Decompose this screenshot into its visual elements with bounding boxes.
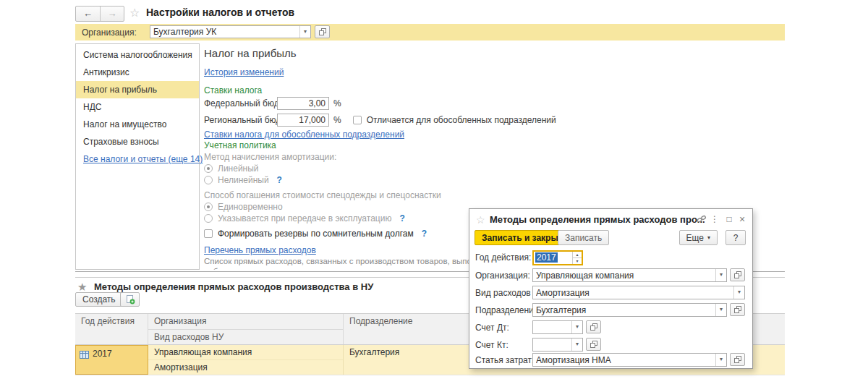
create-button[interactable]: Создать: [75, 292, 123, 307]
open-link-icon: [590, 323, 597, 331]
dropdown-icon[interactable]: ▾: [571, 338, 582, 351]
sidebar-item-property-tax[interactable]: Налог на имущество: [76, 116, 199, 133]
debit-account-open-button[interactable]: [586, 320, 601, 333]
spinner-down-icon[interactable]: ▾: [573, 258, 582, 264]
cost-item-open-button[interactable]: [730, 353, 745, 366]
credit-account-label: Счет Кт:: [475, 340, 509, 350]
credit-account-input[interactable]: [533, 338, 571, 351]
more-button[interactable]: Еще▾: [679, 230, 718, 245]
sidebar-all-taxes-link[interactable]: Все налоги и отчеты (еще 14): [76, 150, 199, 168]
page-title: Настройки налогов и отчетов: [146, 7, 294, 18]
save-button[interactable]: Записать: [558, 230, 609, 245]
chevron-down-icon: ▾: [707, 234, 710, 241]
year-spinner[interactable]: ▴▾: [572, 252, 582, 264]
radio-linear-label: Линейный: [218, 163, 259, 174]
maximize-icon[interactable]: □: [723, 214, 735, 224]
forward-button[interactable]: →: [100, 7, 124, 21]
sidebar-item-tax-system[interactable]: Система налогообложения: [76, 46, 199, 64]
organization-input[interactable]: [150, 26, 299, 38]
reserves-checkbox[interactable]: [204, 229, 213, 238]
expense-type-combo[interactable]: ▾: [532, 286, 745, 299]
menu-dots-icon[interactable]: ⋮: [709, 214, 720, 224]
sidebar-item-profit-tax[interactable]: Налог на прибыль: [76, 81, 199, 98]
column-header-org[interactable]: Организация: [148, 314, 344, 329]
debit-account-input[interactable]: [533, 321, 571, 333]
year-cell[interactable]: 2017: [75, 345, 148, 375]
open-link-icon: [590, 341, 597, 348]
year-field-label: Год действия:: [475, 252, 531, 263]
differs-checkbox[interactable]: [353, 116, 362, 124]
percent-sign: %: [333, 115, 341, 125]
amortization-method-label: Метод начисления амортизации:: [204, 152, 336, 162]
more-button-label: Еще: [686, 233, 704, 243]
open-link-icon: [734, 356, 741, 363]
sidebar-item-vat[interactable]: НДС: [76, 98, 199, 116]
federal-budget-label: Федеральный бюджет:: [204, 98, 277, 108]
forward-icon: →: [108, 8, 117, 19]
reserves-checkbox-label: Формировать резервы по сомнительным долг…: [218, 229, 414, 239]
column-header-expense-type[interactable]: Вид расходов НУ: [148, 329, 344, 344]
differs-checkbox-label: Отличается для обособленных подразделени…: [367, 115, 556, 125]
sidebar-item-insurance[interactable]: Страховые взносы: [76, 133, 199, 150]
separate-rates-link[interactable]: Ставки налога для обособленных подраздел…: [204, 129, 404, 140]
close-icon[interactable]: ×: [736, 214, 748, 224]
credit-account-open-button[interactable]: [586, 338, 601, 351]
department-field-label: Подразделение:: [475, 305, 541, 315]
help-icon[interactable]: ?: [399, 213, 404, 223]
org-field-open-button[interactable]: [730, 268, 745, 281]
back-button[interactable]: ←: [76, 7, 100, 21]
settings-sidebar: Система налогообложения Антикризис Налог…: [75, 43, 200, 270]
help-icon[interactable]: ?: [422, 229, 427, 239]
cost-item-input[interactable]: [533, 354, 715, 366]
department-combo[interactable]: ▾: [532, 303, 727, 317]
open-link-icon: [734, 271, 741, 278]
chain-link-icon: [697, 214, 707, 223]
dropdown-icon[interactable]: ▾: [571, 321, 582, 333]
column-header-empty: [75, 329, 148, 344]
org-field-input[interactable]: [533, 269, 715, 281]
dropdown-icon[interactable]: ▾: [715, 354, 726, 366]
sidebar-item-anticrisis[interactable]: Антикризис: [76, 64, 199, 81]
year-value: 2017: [93, 348, 112, 359]
history-link[interactable]: История изменений: [204, 67, 284, 77]
org-field-label: Организация:: [475, 271, 530, 281]
radio-nonlinear-label: Нелинейный: [218, 175, 269, 185]
dropdown-icon[interactable]: ▾: [715, 304, 726, 316]
department-open-button[interactable]: [730, 303, 745, 316]
direct-expenses-link[interactable]: Перечень прямых расходов: [204, 245, 316, 255]
radio-on-transfer-label: Указывается при передаче в эксплуатацию: [218, 213, 391, 223]
org-field-combo[interactable]: ▾: [532, 268, 727, 282]
year-input[interactable]: 2017 ▴▾: [532, 250, 583, 265]
organization-open-button[interactable]: [315, 25, 330, 38]
org-value: Управляющая компания: [148, 345, 343, 360]
federal-budget-input[interactable]: [277, 97, 329, 110]
dropdown-icon[interactable]: ▾: [715, 269, 726, 281]
dialog-favorite-star-icon[interactable]: ☆: [476, 214, 485, 226]
radio-on-transfer: [204, 214, 213, 223]
list-title: Методы определения прямых расходов произ…: [94, 281, 373, 292]
radio-nonlinear: [204, 176, 213, 184]
debit-account-combo[interactable]: ▾: [532, 320, 583, 334]
organization-combo[interactable]: ▾: [150, 25, 311, 38]
regional-budget-label: Региональный бюджет:: [204, 115, 277, 125]
cost-item-label: Статья затрат:: [475, 355, 534, 365]
credit-account-combo[interactable]: ▾: [532, 338, 583, 352]
cost-item-combo[interactable]: ▾: [532, 353, 727, 367]
org-expense-cell[interactable]: Управляющая компания Амортизация: [148, 345, 344, 375]
radio-once: [204, 203, 213, 211]
dialog-help-button[interactable]: ?: [726, 230, 746, 245]
column-header-year[interactable]: Год действия: [75, 314, 148, 329]
record-edit-dialog: ☆ Методы определения прямых расходов про…: [469, 208, 753, 369]
favorite-star-icon[interactable]: ☆: [129, 7, 140, 19]
spinner-up-icon[interactable]: ▴: [573, 252, 582, 258]
dropdown-icon[interactable]: ▾: [733, 286, 744, 299]
get-link-button[interactable]: [696, 214, 707, 226]
regional-budget-input[interactable]: [277, 114, 329, 127]
help-icon[interactable]: ?: [277, 175, 282, 185]
expense-type-input[interactable]: [533, 286, 733, 299]
section-heading: Налог на прибыль: [204, 47, 297, 59]
dropdown-icon[interactable]: ▾: [299, 26, 310, 38]
create-copy-icon: [125, 294, 135, 305]
department-input[interactable]: [533, 304, 715, 316]
create-copy-button[interactable]: [120, 292, 140, 307]
